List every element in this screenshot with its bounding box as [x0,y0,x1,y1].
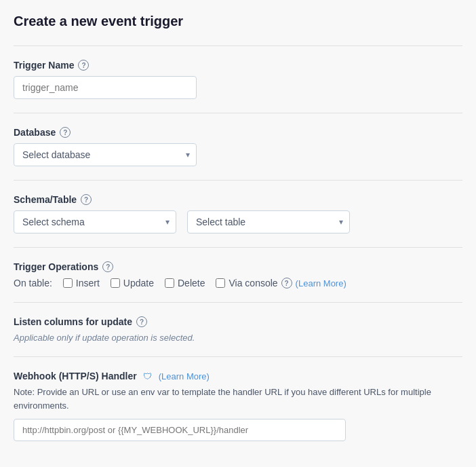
trigger-name-input[interactable] [14,76,197,99]
trigger-name-section: Trigger Name ? [14,60,462,99]
update-checkbox[interactable] [111,278,120,288]
table-select-wrapper: Select table ▾ [187,210,350,234]
insert-checkbox[interactable] [63,278,73,288]
trigger-operations-section: Trigger Operations ? On table: Insert Up… [14,261,462,288]
trigger-ops-help-icon[interactable]: ? [102,261,113,272]
trigger-ops-row: On table: Insert Update Delete Via conso… [14,278,462,288]
webhook-label: Webhook (HTTP/S) Handler [14,371,137,381]
schema-table-row: Select schema ▾ Select table ▾ [14,210,462,234]
webhook-note: Note: Provide an URL or use an env var t… [14,386,462,412]
database-select[interactable]: Select database [14,143,197,166]
page-title: Create a new event trigger [14,14,462,29]
insert-checkbox-item: Insert [63,278,100,288]
webhook-learn-more[interactable]: (Learn More) [159,371,210,381]
trigger-name-help-icon[interactable]: ? [78,60,89,71]
table-select[interactable]: Select table [187,210,350,234]
via-console-help-icon[interactable]: ? [281,278,292,288]
delete-label: Delete [178,278,205,288]
insert-label: Insert [76,278,100,288]
via-console-label: Via console [229,278,277,288]
schema-table-help-icon[interactable]: ? [81,194,92,205]
schema-table-label: Schema/Table ? [14,194,462,205]
trigger-operations-label: Trigger Operations ? [14,261,462,272]
trigger-name-label: Trigger Name ? [14,60,462,71]
database-section: Database ? Select database ▾ [14,127,462,166]
schema-select-wrapper: Select schema ▾ [14,210,176,234]
listen-columns-note: Applicable only if update operation is s… [14,333,462,343]
database-label: Database ? [14,127,462,138]
webhook-label-row: Webhook (HTTP/S) Handler 🛡 (Learn More) [14,371,462,381]
database-help-icon[interactable]: ? [60,127,71,138]
update-checkbox-item: Update [111,278,154,288]
webhook-url-input[interactable] [14,419,346,441]
on-table-label: On table: [14,278,52,288]
delete-checkbox[interactable] [165,278,174,288]
webhook-section: Webhook (HTTP/S) Handler 🛡 (Learn More) … [14,371,462,441]
schema-select[interactable]: Select schema [14,210,176,234]
via-console-checkbox-item: Via console [216,278,277,288]
checkbox-group: Insert Update Delete Via console ? (Lear… [63,278,346,288]
listen-columns-label: Listen columns for update ? [14,316,462,327]
listen-columns-section: Listen columns for update ? Applicable o… [14,316,462,343]
schema-table-section: Schema/Table ? Select schema ▾ Select ta… [14,194,462,234]
shield-icon: 🛡 [142,371,153,381]
update-label: Update [123,278,154,288]
trigger-ops-learn-more[interactable]: (Learn More) [296,278,346,288]
listen-columns-help-icon[interactable]: ? [136,316,147,327]
via-console-checkbox[interactable] [216,278,225,288]
via-console-group: Via console ? (Learn More) [216,278,346,288]
database-select-wrapper: Select database ▾ [14,143,197,166]
delete-checkbox-item: Delete [165,278,205,288]
